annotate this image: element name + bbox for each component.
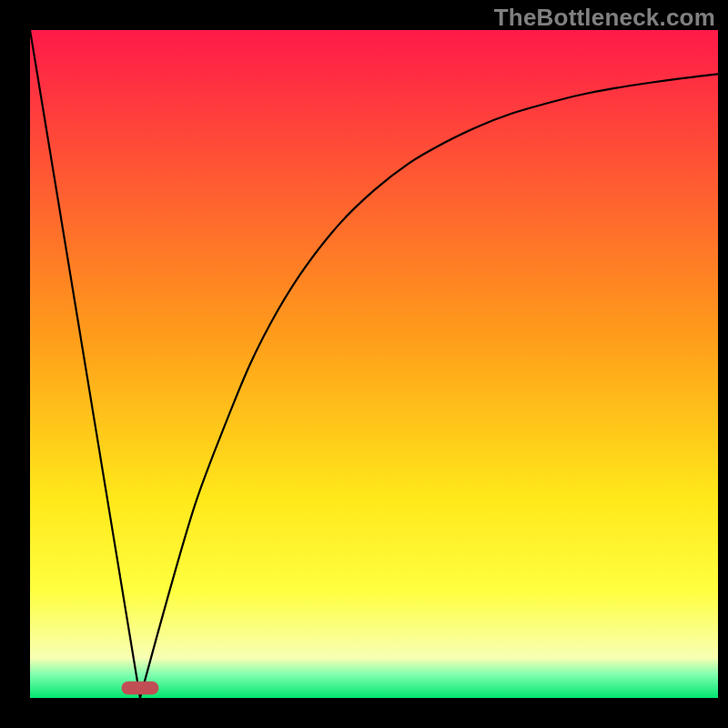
bottleneck-chart: [30, 30, 718, 698]
watermark-text: TheBottleneck.com: [494, 4, 715, 32]
min-marker: [122, 682, 159, 695]
chart-frame: TheBottleneck.com: [0, 0, 728, 728]
chart-background: [30, 30, 718, 698]
